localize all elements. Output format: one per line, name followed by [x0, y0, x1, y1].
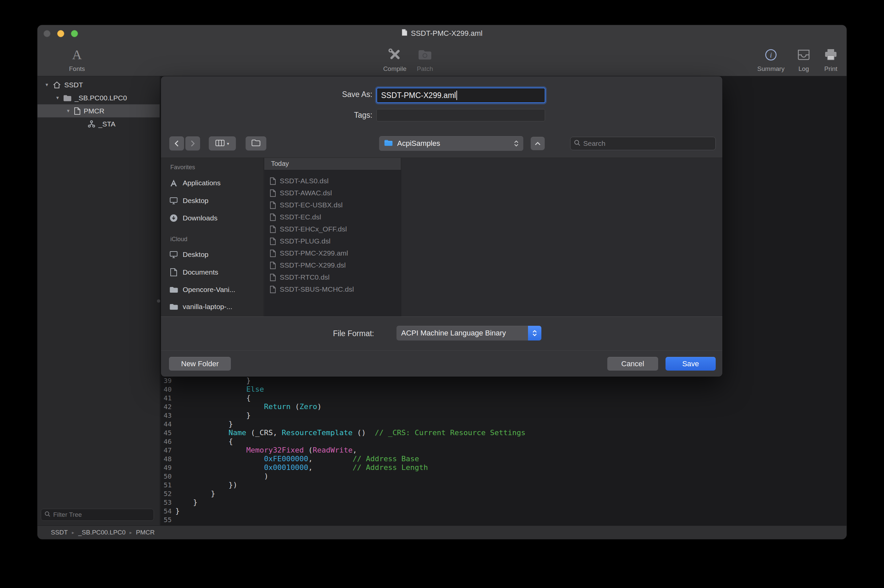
code-line: 51 }): [160, 481, 846, 489]
code-line: 54}: [160, 507, 846, 515]
tree-item-sb-pc00-lpc0[interactable]: ▼ _SB.PC00.LPC0: [38, 91, 160, 104]
disclosure-triangle-icon[interactable]: ▼: [66, 108, 71, 113]
location-popup[interactable]: AcpiSamples: [379, 136, 523, 151]
back-button[interactable]: [169, 136, 184, 150]
disclosure-triangle-icon[interactable]: ▼: [44, 82, 50, 87]
sidebar-item-documents[interactable]: Documents: [161, 265, 264, 280]
tags-label: Tags:: [354, 111, 372, 120]
file-item[interactable]: SSDT-AWAC.dsl: [264, 187, 401, 199]
file-format-label: File Format:: [333, 329, 374, 338]
sidebar-item-opencore-vanilla[interactable]: Opencore-Vani...: [161, 282, 264, 297]
device-document-icon: [74, 107, 81, 115]
code-line: 44 }: [160, 420, 846, 429]
line-number: 46: [160, 437, 172, 446]
save-as-label: Save As:: [342, 90, 372, 99]
file-item[interactable]: SSDT-PLUG.dsl: [264, 235, 401, 247]
location-label: AcpiSamples: [397, 139, 510, 148]
file-item[interactable]: SSDT-ALS0.dsl: [264, 175, 401, 187]
desktop-icon: [169, 196, 179, 205]
file-format-value: ACPI Machine Language Binary: [401, 329, 528, 338]
file-item[interactable]: SSDT-EC-USBX.dsl: [264, 199, 401, 211]
document-icon: [270, 201, 276, 209]
sidebar-item-downloads[interactable]: Downloads: [161, 211, 264, 225]
file-name: SSDT-EC-USBX.dsl: [280, 201, 343, 209]
print-button[interactable]: Print: [807, 45, 846, 73]
breadcrumb-separator-icon: ▸: [129, 530, 132, 535]
folder-action-button[interactable]: [246, 136, 266, 150]
document-icon: [270, 177, 276, 185]
file-item[interactable]: SSDT-EC.dsl: [264, 211, 401, 223]
sidebar-item-desktop[interactable]: Desktop: [161, 194, 264, 208]
file-format-popup[interactable]: ACPI Machine Language Binary: [396, 326, 541, 340]
code-line: 49 0x00010000, // Address Length: [160, 463, 846, 472]
forward-button[interactable]: [185, 136, 200, 150]
code-line: 53 }: [160, 498, 846, 507]
document-icon: [270, 261, 276, 269]
filename-input[interactable]: SSDT-PMC-X299.aml: [377, 88, 545, 103]
file-item[interactable]: SSDT-EHCx_OFF.dsl: [264, 223, 401, 235]
file-item[interactable]: SSDT-SBUS-MCHC.dsl: [264, 283, 401, 296]
toolbar: A Fonts Compile Patch: [38, 42, 846, 76]
document-icon: [270, 237, 276, 245]
tags-input[interactable]: [377, 110, 545, 121]
line-number: 41: [160, 394, 172, 402]
blue-folder-icon: [384, 139, 393, 148]
line-number: 42: [160, 402, 172, 411]
document-icon: [402, 29, 408, 38]
text-caret: [456, 91, 457, 100]
line-number: 51: [160, 481, 172, 489]
icloud-header: iCloud: [170, 236, 188, 243]
new-folder-button[interactable]: New Folder: [169, 357, 231, 370]
patch-folder-icon: [402, 45, 448, 64]
line-number: 43: [160, 411, 172, 420]
filter-tree-input[interactable]: [53, 511, 150, 518]
svg-text:i: i: [770, 51, 772, 59]
tree-item-pmcr[interactable]: ▼ PMCR: [38, 104, 160, 117]
code-line: 40 Else: [160, 385, 846, 394]
line-number: 52: [160, 489, 172, 498]
tree-item-sta[interactable]: _STA: [38, 117, 160, 130]
folder-icon: [169, 286, 179, 293]
applications-icon: [169, 178, 179, 187]
file-name: SSDT-ALS0.dsl: [280, 177, 329, 185]
code-line: 52 }: [160, 489, 846, 498]
file-name: SSDT-RTC0.dsl: [280, 273, 330, 281]
tree-item-ssdt[interactable]: ▼ SSDT: [38, 78, 160, 91]
home-icon: [53, 81, 61, 89]
file-item[interactable]: SSDT-RTC0.dsl: [264, 271, 401, 283]
divider: [161, 350, 722, 351]
document-icon: [270, 213, 276, 221]
sidebar: ▼ SSDT ▼ _SB.PC00.LPC0 ▼ PMCR: [38, 76, 160, 525]
acpi-tree: ▼ SSDT ▼ _SB.PC00.LPC0 ▼ PMCR: [38, 78, 160, 130]
sidebar-item-icloud-desktop[interactable]: Desktop: [161, 247, 264, 262]
popup-chevrons-icon: [514, 141, 519, 147]
split-handle[interactable]: [157, 299, 160, 303]
line-number: 47: [160, 446, 172, 454]
save-button[interactable]: Save: [665, 357, 716, 370]
breadcrumb-segment: PMCR: [136, 529, 155, 536]
file-name: SSDT-AWAC.dsl: [280, 189, 332, 197]
file-name: SSDT-PMC-X299.aml: [280, 249, 348, 257]
printer-icon: [807, 45, 846, 64]
file-name: SSDT-PLUG.dsl: [280, 237, 330, 245]
patch-button[interactable]: Patch: [402, 45, 448, 73]
documents-icon: [169, 268, 179, 277]
breadcrumb-separator-icon: ▸: [72, 530, 74, 535]
disclosure-triangle-icon[interactable]: ▼: [55, 95, 60, 100]
file-item[interactable]: SSDT-PMC-X299.aml: [264, 247, 401, 259]
sidebar-item-applications[interactable]: Applications: [161, 176, 264, 190]
view-mode-button[interactable]: ▾: [209, 136, 236, 150]
fonts-button[interactable]: A Fonts: [54, 45, 101, 73]
tags-field: [377, 109, 545, 122]
favorites-header: Favorites: [170, 164, 195, 171]
file-item[interactable]: SSDT-PMC-X299.dsl: [264, 259, 401, 271]
sidebar-item-vanilla-laptop[interactable]: vanilla-laptop-...: [161, 299, 264, 314]
collapse-button[interactable]: [531, 137, 545, 150]
code-line: 55: [160, 515, 846, 524]
cancel-button[interactable]: Cancel: [607, 357, 658, 370]
file-column: Today SSDT-ALS0.dslSSDT-AWAC.dslSSDT-EC-…: [264, 158, 401, 316]
folder-icon: [251, 139, 261, 148]
document-icon: [270, 189, 276, 197]
search-icon: [574, 140, 581, 147]
search-input[interactable]: [583, 140, 712, 147]
